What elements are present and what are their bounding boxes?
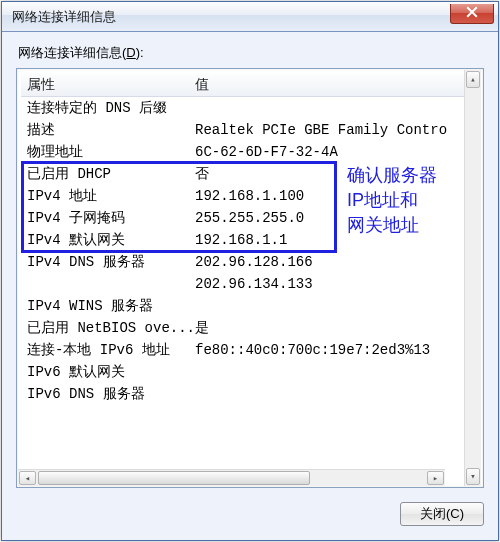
hscroll-track[interactable] [37, 470, 426, 486]
list-item: IPv4 子网掩码255.255.255.0 [21, 207, 464, 229]
list-item: 描述Realtek PCIe GBE Family Contro [21, 119, 464, 141]
client-area: 网络连接详细信息(D): 属性 值 连接特定的 DNS 后缀 描述Realtek… [2, 32, 498, 540]
section-label: 网络连接详细信息(D): [16, 44, 484, 62]
close-icon [466, 6, 478, 21]
vertical-scrollbar[interactable]: ▴ ▾ [464, 70, 481, 486]
prop-cell: 连接特定的 DNS 后缀 [21, 99, 191, 117]
list-item: 连接-本地 IPv6 地址fe80::40c0:700c:19e7:2ed3%1… [21, 339, 464, 361]
val-cell: 192.168.1.1 [191, 232, 464, 248]
list-item: IPv4 WINS 服务器 [21, 295, 464, 317]
column-header-row[interactable]: 属性 值 [21, 73, 464, 97]
val-cell: 是 [191, 319, 464, 337]
prop-cell: 已启用 DHCP [21, 165, 191, 183]
prop-cell: IPv4 DNS 服务器 [21, 253, 191, 271]
val-cell: 否 [191, 165, 464, 183]
close-button[interactable]: 关闭(C) [400, 502, 484, 526]
window-title: 网络连接详细信息 [12, 8, 450, 26]
column-header-property[interactable]: 属性 [21, 76, 191, 94]
section-label-prefix: 网络连接详细信息( [18, 45, 126, 60]
window-close-button[interactable] [450, 4, 494, 24]
val-cell: fe80::40c0:700c:19e7:2ed3%13 [191, 342, 464, 358]
prop-cell: IPv4 默认网关 [21, 231, 191, 249]
prop-cell: 连接-本地 IPv6 地址 [21, 341, 191, 359]
button-row: 关闭(C) [16, 502, 484, 526]
scroll-down-arrow-icon[interactable]: ▾ [466, 468, 480, 485]
prop-cell: IPv4 子网掩码 [21, 209, 191, 227]
scroll-right-arrow-icon[interactable]: ▸ [427, 471, 444, 485]
list-item: 已启用 NetBIOS ove...是 [21, 317, 464, 339]
list-item: 202.96.134.133 [21, 273, 464, 295]
val-cell: 192.168.1.100 [191, 188, 464, 204]
prop-cell: IPv4 地址 [21, 187, 191, 205]
vscroll-track[interactable] [465, 89, 481, 467]
val-cell: 202.96.134.133 [191, 276, 464, 292]
list-item: 已启用 DHCP否 [21, 163, 464, 185]
list-item: IPv6 默认网关 [21, 361, 464, 383]
hscroll-thumb[interactable] [38, 471, 310, 485]
val-cell: 255.255.255.0 [191, 210, 464, 226]
prop-cell: 已启用 NetBIOS ove... [21, 319, 191, 337]
titlebar[interactable]: 网络连接详细信息 [2, 2, 498, 32]
prop-cell: 物理地址 [21, 143, 191, 161]
list-item: IPv6 DNS 服务器 [21, 383, 464, 405]
close-button-label: 关闭(C) [420, 505, 464, 523]
horizontal-scrollbar[interactable]: ◂ ▸ [18, 469, 445, 486]
dialog-window: 网络连接详细信息 网络连接详细信息(D): 属性 值 连接特定的 DNS 后缀 … [1, 1, 499, 541]
val-cell: 6C-62-6D-F7-32-4A [191, 144, 464, 160]
column-header-value[interactable]: 值 [191, 76, 464, 94]
list-item: IPv4 DNS 服务器202.96.128.166 [21, 251, 464, 273]
list-item: IPv4 默认网关192.168.1.1 [21, 229, 464, 251]
scroll-up-arrow-icon[interactable]: ▴ [466, 71, 480, 88]
list-item: 连接特定的 DNS 后缀 [21, 97, 464, 119]
prop-cell: IPv4 WINS 服务器 [21, 297, 191, 315]
details-list-wrap: 属性 值 连接特定的 DNS 后缀 描述Realtek PCIe GBE Fam… [16, 68, 484, 488]
val-cell: 202.96.128.166 [191, 254, 464, 270]
val-cell: Realtek PCIe GBE Family Contro [191, 122, 464, 138]
list-content: 属性 值 连接特定的 DNS 后缀 描述Realtek PCIe GBE Fam… [17, 69, 464, 487]
section-label-suffix: ): [136, 45, 144, 60]
section-label-hotkey: D [126, 45, 135, 60]
details-list[interactable]: 属性 值 连接特定的 DNS 后缀 描述Realtek PCIe GBE Fam… [16, 68, 484, 488]
prop-cell: IPv6 默认网关 [21, 363, 191, 381]
prop-cell: 描述 [21, 121, 191, 139]
list-item: IPv4 地址192.168.1.100 [21, 185, 464, 207]
scroll-left-arrow-icon[interactable]: ◂ [19, 471, 36, 485]
list-item: 物理地址6C-62-6D-F7-32-4A [21, 141, 464, 163]
prop-cell: IPv6 DNS 服务器 [21, 385, 191, 403]
